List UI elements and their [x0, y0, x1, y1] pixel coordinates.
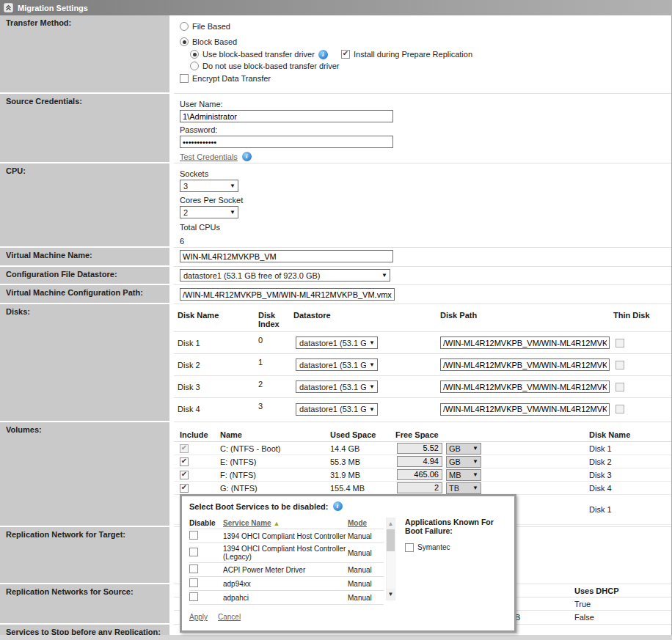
scroll-up-icon[interactable]: ▲ [387, 518, 395, 529]
disable-service-checkbox[interactable] [189, 578, 198, 587]
file-based-radio[interactable] [180, 22, 189, 31]
thin-disk-checkbox[interactable] [616, 383, 624, 391]
disk-datastore-select[interactable]: datastore1 (53.1 GB ▼ [296, 358, 378, 371]
volumes-header-name: Name [214, 428, 324, 442]
config-datastore-content: datastore1 (53.1 GB free of 923.0 GB) ▼ [174, 267, 672, 285]
boot-failure-apps: Applications Known For Boot Failure: Sym… [405, 518, 507, 621]
free-unit-select[interactable]: GB▼ [446, 443, 481, 455]
free-space-input[interactable]: 4.94 [397, 456, 442, 467]
service-mode: Manual [348, 548, 384, 559]
no-driver-radio[interactable] [190, 62, 199, 70]
volume-used: 155.4 MB [324, 482, 395, 495]
free-space-input[interactable]: 5.52 [397, 443, 442, 454]
dropdown-arrow-icon: ▼ [381, 272, 387, 279]
disk-datastore-select[interactable]: datastore1 (53.1 GB ▼ [296, 380, 378, 393]
cores-select[interactable]: 2 ▼ [180, 206, 238, 218]
config-path-input[interactable] [180, 288, 395, 301]
label-replication-source: Replication Networks for Source: [0, 584, 169, 625]
volumes-header-free: Free Space [395, 428, 444, 442]
install-prepare-label: Install during Prepare Replication [354, 49, 472, 59]
cancel-link[interactable]: Cancel [218, 613, 241, 621]
user-name-input[interactable] [180, 110, 393, 122]
install-prepare-checkbox[interactable]: ✔ [341, 50, 350, 59]
collapse-icon[interactable] [4, 3, 13, 12]
service-name: adpahci [223, 592, 348, 603]
dropdown-arrow-icon: ▼ [472, 458, 478, 465]
volumes-header-used: Used Space [324, 428, 395, 442]
disk-path-input[interactable] [440, 380, 610, 393]
panel-header[interactable]: Migration Settings [0, 0, 672, 15]
disks-header-index: Disk Index [258, 308, 293, 332]
include-checkbox[interactable]: ✔ [180, 444, 189, 453]
include-checkbox[interactable]: ✔ [180, 484, 189, 493]
volume-disk: Disk 3 [532, 468, 672, 482]
thin-disk-checkbox[interactable] [616, 361, 624, 369]
vm-name-content [174, 248, 672, 267]
encrypt-label: Encrypt Data Transfer [192, 73, 271, 84]
services-scrollbar[interactable]: ▲ ▼ [386, 518, 395, 600]
free-unit-select[interactable]: TB▼ [446, 482, 481, 494]
disable-service-checkbox[interactable] [189, 531, 198, 540]
thin-disk-checkbox[interactable] [616, 339, 624, 347]
volume-used: 31.9 MB [324, 468, 395, 482]
volume-name: F: (NTFS) [214, 468, 324, 482]
dropdown-arrow-icon: ▼ [472, 471, 478, 478]
password-input[interactable] [180, 136, 393, 148]
test-credentials-info-icon[interactable]: i [242, 152, 252, 161]
use-driver-info-icon[interactable]: i [318, 50, 328, 59]
free-space-input[interactable]: 2 [397, 482, 442, 493]
volumes-header-disk: Disk Name [532, 428, 672, 442]
popup-header-mode[interactable]: Mode [348, 519, 367, 527]
thin-disk-checkbox[interactable] [616, 405, 624, 413]
total-cpus-value: 6 [180, 237, 672, 246]
popup-header-service-name[interactable]: Service Name [223, 519, 271, 527]
dropdown-arrow-icon: ▼ [230, 183, 235, 189]
scroll-down-icon[interactable]: ▼ [387, 589, 395, 600]
disk-path-input[interactable] [440, 336, 610, 349]
total-cpus-label: Total CPUs [180, 223, 672, 232]
scrollbar-thumb[interactable] [387, 529, 395, 551]
migration-settings-panel: Migration Settings Transfer Method: File… [0, 0, 672, 640]
service-mode: Manual [348, 592, 384, 603]
apply-link[interactable]: Apply [189, 613, 208, 621]
disk-index: 2 [258, 376, 293, 398]
sort-ascending-icon: ▲ [273, 520, 280, 527]
vm-name-input[interactable] [180, 250, 393, 262]
service-mode: Manual [348, 564, 384, 575]
encrypt-checkbox[interactable] [180, 74, 189, 83]
volume-name: G: (NTFS) [214, 482, 324, 495]
block-based-radio[interactable] [180, 37, 189, 46]
sockets-label: Sockets [180, 169, 672, 178]
disk-path-input[interactable] [440, 358, 610, 371]
disable-service-checkbox[interactable] [189, 592, 198, 601]
symantec-checkbox[interactable] [405, 543, 414, 552]
disk-name: Disk 1 [174, 332, 258, 354]
free-unit-select[interactable]: GB▼ [446, 456, 481, 468]
free-unit-select[interactable]: MB▼ [446, 469, 481, 481]
boot-services-popup: Select Boot Services to be disabled: i D… [180, 494, 516, 633]
disable-service-checkbox[interactable] [189, 564, 198, 573]
service-name: adp94xx [223, 578, 348, 589]
disk-datastore-select[interactable]: datastore1 (53.1 GB ▼ [296, 336, 378, 349]
popup-info-icon[interactable]: i [333, 501, 343, 511]
disk-datastore-select[interactable]: datastore1 (53.1 GB ▼ [296, 403, 378, 416]
sockets-select[interactable]: 3 ▼ [180, 180, 238, 192]
free-space-input[interactable]: 465.06 [397, 469, 442, 480]
use-driver-radio[interactable] [190, 50, 199, 59]
config-datastore-select[interactable]: datastore1 (53.1 GB free of 923.0 GB) ▼ [180, 269, 390, 282]
include-checkbox[interactable]: ✔ [180, 457, 189, 466]
volume-name: E: (NTFS) [214, 455, 324, 468]
label-transfer-method: Transfer Method: [0, 15, 169, 94]
dropdown-arrow-icon: ▼ [472, 485, 478, 491]
disk-path-input[interactable] [440, 403, 610, 416]
volumes-header-include: Include [174, 428, 214, 442]
cpu-content: Sockets 3 ▼ Cores Per Socket 2 ▼ Total C… [174, 163, 672, 248]
service-name: 1394 OHCI Compliant Host Controller [223, 531, 348, 542]
volume-used: 55.3 MB [324, 455, 395, 468]
test-credentials-link[interactable]: Test Credentials [180, 152, 238, 161]
source-credentials-content: User Name: Password: Test Credentials i [174, 94, 672, 163]
disable-service-checkbox[interactable] [189, 548, 198, 556]
user-name-label: User Name: [180, 100, 672, 108]
disks-header-path: Disk Path [440, 308, 613, 332]
include-checkbox[interactable]: ✔ [180, 471, 189, 479]
